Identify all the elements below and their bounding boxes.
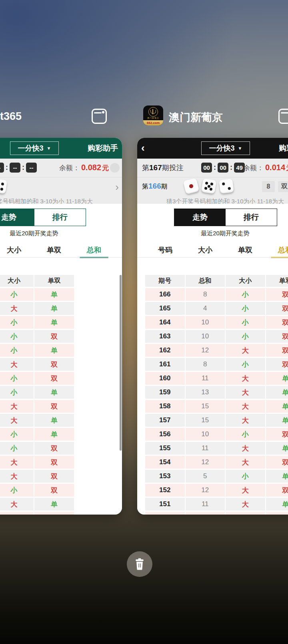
back-icon[interactable]: ‹ <box>141 143 151 153</box>
table-cell: 166 <box>145 288 185 301</box>
table-row: 16310小双 <box>145 330 288 343</box>
table-row: 12大双 <box>0 400 114 413</box>
subtab-sum[interactable]: 总和 <box>74 242 114 258</box>
table-cell: 158 <box>145 400 185 413</box>
result-badges: 8 双 <box>262 181 288 192</box>
subtab-sum[interactable]: 总和 <box>265 242 288 258</box>
table-row: 13大单 <box>0 498 114 511</box>
divider <box>137 257 288 258</box>
table-cell: 单 <box>266 442 288 455</box>
lottery-selector-dropdown[interactable]: 一分快3 ▼ <box>10 141 59 155</box>
tab-trend[interactable]: 走势 <box>174 209 226 226</box>
table-cell: 154 <box>145 456 185 469</box>
period-suffix: 期投注 <box>162 164 184 172</box>
table-row: 4小双 <box>0 330 114 343</box>
helper-link[interactable]: 购彩助手 <box>279 143 288 153</box>
table-cell: 165 <box>145 302 185 315</box>
table-cell: 161 <box>145 358 185 371</box>
table-row: 14大双 <box>0 456 114 469</box>
table-row: 12大双 <box>0 470 114 483</box>
table-row: 15212大双 <box>145 484 288 497</box>
table-cell: 双 <box>266 344 288 357</box>
subtab-parity[interactable]: 单双 <box>225 242 265 258</box>
table-cell <box>186 512 225 515</box>
table-cell: 小 <box>0 288 34 301</box>
table-cell: 大 <box>226 498 265 511</box>
table-cell: 大 <box>226 442 265 455</box>
table-cell: 152 <box>145 484 185 497</box>
table-cell: 156 <box>145 428 185 441</box>
tab-rank[interactable]: 排行 <box>34 209 86 226</box>
table-row: 15511大单 <box>145 442 288 455</box>
column-header: 总和 <box>186 275 225 287</box>
table-cell: 单 <box>266 400 288 413</box>
refresh-icon[interactable] <box>110 163 120 173</box>
clear-all-button[interactable] <box>127 551 152 577</box>
countdown-timer: -- : -- : -- <box>0 163 37 173</box>
table-row: 9小单 <box>0 428 114 441</box>
table-cell: 157 <box>145 414 185 427</box>
table-cell: 小 <box>0 344 34 357</box>
left-app-top-section: 一分快3 ▼ 购彩助手 -- : -- : -- 余额： 0.082 元 › <box>0 138 122 204</box>
table-cell: 10 <box>186 330 225 343</box>
column-header: 大小 <box>0 275 34 287</box>
floating-window-icon[interactable] <box>278 109 288 124</box>
right-trend-panel: 走势 排行 最近20期开奖走势 号码 大小 单双 总和 期号 总和 大小 单双 … <box>137 204 288 515</box>
table-cell: 单 <box>34 288 74 301</box>
lottery-selector-dropdown[interactable]: 一分快3 ▼ <box>201 141 250 155</box>
left-card-title: t365 <box>0 110 22 123</box>
table-cell: 大 <box>0 414 34 427</box>
table-cell: 小 <box>0 484 34 497</box>
table-cell: 小 <box>0 386 34 399</box>
die-icon <box>0 179 7 194</box>
left-dice-row: › <box>0 177 122 196</box>
table-cell: 单 <box>34 498 74 511</box>
trend-rank-tabs: 走势 排行 <box>174 209 277 226</box>
table-scrollbar[interactable] <box>120 275 122 451</box>
selector-label: 一分快3 <box>18 143 44 153</box>
die-icon <box>219 179 234 194</box>
app-card-macau[interactable]: ‹ 一分快3 ▼ 购彩助手 第167期投注 00 : 00 : 49 余额： 0… <box>137 138 288 515</box>
timer-box: 00 <box>201 163 212 173</box>
app-card-t365[interactable]: 一分快3 ▼ 购彩助手 -- : -- : -- 余额： 0.082 元 › <box>0 138 122 515</box>
timer-box: -- <box>0 163 4 173</box>
right-card-title: 澳门新葡京 <box>169 110 223 125</box>
tab-trend[interactable]: 走势 <box>0 209 34 226</box>
table-cell: 155 <box>145 442 185 455</box>
helper-link[interactable]: 购彩助手 <box>88 143 118 153</box>
table-cell: 11 <box>186 498 225 511</box>
table-row: 10小双 <box>0 442 114 455</box>
table-row: 15815大单 <box>145 400 288 413</box>
table-cell: 双 <box>266 484 288 497</box>
balance-unit: 元 <box>102 163 109 173</box>
table-cell: 双 <box>34 456 74 469</box>
tab-rank[interactable]: 排行 <box>226 209 277 226</box>
table-cell: 4 <box>186 302 225 315</box>
left-timer-row: -- : -- : -- 余额： 0.082 元 <box>0 159 122 177</box>
betting-period-text: 第167期投注 <box>142 163 184 173</box>
table-cell: 大 <box>226 344 265 357</box>
table-cell: 单 <box>266 498 288 511</box>
floating-window-icon[interactable] <box>92 109 107 124</box>
period-prefix: 第 <box>142 183 148 190</box>
table-cell: 小 <box>226 288 265 301</box>
right-app-header: ‹ 一分快3 ▼ 购彩助手 <box>137 138 288 159</box>
subtab-size[interactable]: 大小 <box>185 242 225 258</box>
parity-badge: 双 <box>278 181 288 192</box>
table-row: 4小双 <box>0 484 114 497</box>
table-cell: 10 <box>186 316 225 329</box>
table-row: 15412大双 <box>145 456 288 469</box>
subtab-number[interactable]: 号码 <box>145 242 185 258</box>
table-row: 7小单 <box>0 344 114 357</box>
left-app-header: 一分快3 ▼ 购彩助手 <box>0 138 122 159</box>
subtab-parity[interactable]: 单双 <box>34 242 74 258</box>
period-prefix: 第 <box>142 164 149 172</box>
table-cell: 163 <box>145 330 185 343</box>
table-cell <box>266 512 288 515</box>
chevron-right-icon[interactable]: › <box>115 181 119 193</box>
column-header: 期号 <box>145 275 185 287</box>
table-cell: 双 <box>34 484 74 497</box>
subtab-size[interactable]: 大小 <box>0 242 34 258</box>
table-cell: 双 <box>34 400 74 413</box>
table-row: 10小双 <box>0 372 114 385</box>
